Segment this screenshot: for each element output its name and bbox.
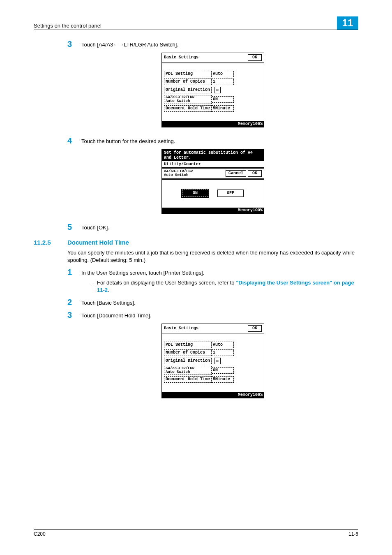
step-text: Touch [OK]. bbox=[81, 223, 358, 231]
section-title: Document Hold Time bbox=[67, 239, 129, 246]
pdl-setting-button[interactable]: PDL Setting bbox=[164, 342, 212, 348]
orig-direction-value: ▤ bbox=[212, 86, 234, 94]
memory-status: Memory100% bbox=[162, 208, 264, 213]
orig-direction-button[interactable]: Original Direction bbox=[164, 358, 212, 364]
orig-direction-value: ▤ bbox=[212, 357, 234, 365]
ok-button[interactable]: OK bbox=[248, 54, 262, 61]
section-description: You can specify the minutes until a job … bbox=[67, 249, 358, 264]
copies-button[interactable]: Number of Copies bbox=[164, 349, 212, 356]
screen-subtitle: A4/A3↔LTR/LGRAuto Switch bbox=[164, 170, 193, 177]
breadcrumb: Utility/Counter bbox=[162, 161, 264, 167]
header-section-title: Settings on the control panel bbox=[34, 23, 101, 29]
ok-button[interactable]: OK bbox=[248, 170, 262, 177]
copies-value: 1 bbox=[212, 349, 234, 356]
lcd-screenshot: Basic Settings OK PDL SettingAuto Number… bbox=[67, 53, 358, 127]
hold-time-value: 5Minute bbox=[212, 105, 234, 112]
step-text: In the User Settings screen, touch [Prin… bbox=[81, 269, 358, 277]
step-text: Touch the button for the desired setting… bbox=[81, 136, 358, 145]
procedure-step: 5 Touch [OK]. bbox=[67, 223, 358, 231]
auto-switch-button[interactable]: A4/A3↔LTR/LGRAuto Switch bbox=[164, 95, 212, 104]
hold-time-button[interactable]: Document Hold Time bbox=[164, 105, 212, 112]
orientation-icon: ▤ bbox=[214, 358, 221, 364]
on-option[interactable]: ON bbox=[182, 190, 208, 197]
pdl-setting-value: Auto bbox=[212, 71, 234, 77]
procedure-step: 1 In the User Settings screen, touch [Pr… bbox=[67, 268, 358, 294]
orig-direction-button[interactable]: Original Direction bbox=[164, 87, 212, 93]
step-text: Touch [A4/A3←→LTR/LGR Auto Switch]. bbox=[81, 40, 358, 49]
lcd-screenshot: Set for automatic substitution of A4and … bbox=[67, 149, 358, 214]
step-number: 3 bbox=[67, 40, 81, 49]
step-number: 4 bbox=[67, 136, 81, 145]
copies-button[interactable]: Number of Copies bbox=[164, 79, 212, 85]
procedure-step: 4 Touch the button for the desired setti… bbox=[67, 136, 358, 145]
lcd-screenshot: Basic Settings OK PDL SettingAuto Number… bbox=[67, 324, 358, 398]
memory-status: Memory100% bbox=[162, 121, 264, 127]
step-text: Touch [Document Hold Time]. bbox=[81, 311, 358, 319]
hold-time-value: 5Minute bbox=[212, 376, 234, 383]
pdl-setting-value: Auto bbox=[212, 342, 234, 348]
footer-model: C200 bbox=[34, 531, 46, 537]
section-number: 11.2.5 bbox=[34, 239, 67, 246]
procedure-step: 2 Touch [Basic Settings]. bbox=[67, 298, 358, 307]
procedure-step: 3 Touch [Document Hold Time]. bbox=[67, 311, 358, 319]
orientation-icon: ▤ bbox=[214, 87, 221, 93]
procedure-step: 3 Touch [A4/A3←→LTR/LGR Auto Switch]. bbox=[67, 40, 358, 49]
hold-time-button[interactable]: Document Hold Time bbox=[164, 376, 212, 383]
section-heading: 11.2.5 Document Hold Time bbox=[67, 239, 358, 246]
step-number: 5 bbox=[67, 223, 81, 231]
off-option[interactable]: OFF bbox=[217, 190, 244, 197]
step-number: 2 bbox=[67, 298, 81, 307]
footer-page-number: 11-6 bbox=[348, 531, 358, 537]
page-footer: C200 11-6 bbox=[34, 529, 358, 537]
copies-value: 1 bbox=[212, 79, 234, 85]
auto-switch-button[interactable]: A4/A3↔LTR/LGRAuto Switch bbox=[164, 366, 212, 375]
auto-switch-value: ON bbox=[212, 367, 234, 374]
chapter-number-badge: 11 bbox=[337, 16, 358, 30]
lcd-title: Basic Settings bbox=[164, 326, 198, 331]
lcd-title: Basic Settings bbox=[164, 55, 198, 60]
step-number: 3 bbox=[67, 311, 81, 319]
step-number: 1 bbox=[67, 268, 81, 294]
lcd-message: Set for automatic substitution of A4and … bbox=[162, 150, 264, 161]
step-text: Touch [Basic Settings]. bbox=[81, 298, 358, 307]
memory-status: Memory100% bbox=[162, 392, 264, 398]
cancel-button[interactable]: Cancel bbox=[226, 170, 246, 177]
auto-switch-value: ON bbox=[212, 96, 234, 103]
pdl-setting-button[interactable]: PDL Setting bbox=[164, 71, 212, 77]
step-sub-bullet: – For details on displaying the User Set… bbox=[90, 279, 358, 294]
page-header: Settings on the control panel 11 bbox=[34, 16, 358, 30]
ok-button[interactable]: OK bbox=[248, 325, 262, 332]
